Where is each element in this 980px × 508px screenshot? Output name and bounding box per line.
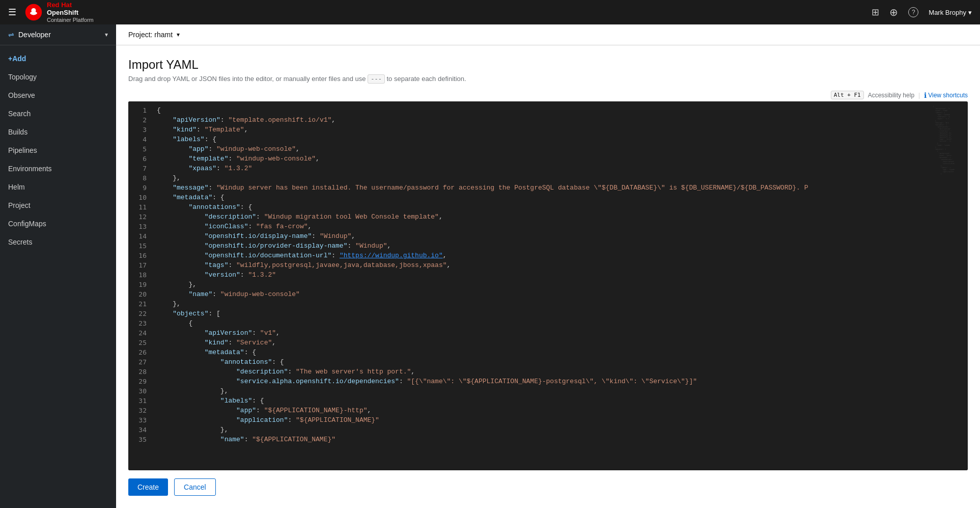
sidebar-nav: +Add Topology Observe Search Builds Pipe… [0, 45, 116, 255]
sidebar: ⇌ Developer ▾ +Add Topology Observe Sear… [0, 24, 116, 508]
project-label: Project: rhamt [128, 31, 173, 39]
sidebar-item-pipelines[interactable]: Pipelines [0, 141, 116, 159]
brand-logo: Red Hat OpenShift Container Platform [24, 1, 94, 23]
separator-code: --- [368, 74, 385, 84]
brand-text: Red Hat OpenShift Container Platform [47, 1, 94, 23]
sidebar-item-search-label: Search [8, 110, 31, 118]
main-layout: ⇌ Developer ▾ +Add Topology Observe Sear… [0, 24, 980, 508]
editor-minimap: { "apiVersion": "t "kind": "Templ "label… [931, 101, 968, 470]
grid-icon[interactable]: ⊞ [872, 7, 879, 18]
sidebar-context-switcher[interactable]: ⇌ Developer ▾ [0, 24, 116, 45]
sidebar-item-configmaps-label: ConfigMaps [8, 220, 46, 228]
yaml-editor[interactable]: 1 2 3 4 5 6 7 8 9 10 11 12 13 14 15 16 1 [128, 101, 968, 470]
page-title: Import YAML [128, 58, 968, 72]
brand-platform: Container Platform [47, 17, 94, 23]
help-icon[interactable]: ? [908, 7, 918, 17]
create-button[interactable]: Create [128, 478, 168, 496]
page-desc-suffix: to separate each definition. [387, 75, 466, 83]
sidebar-item-builds-label: Builds [8, 128, 27, 136]
sidebar-item-helm[interactable]: Helm [0, 178, 116, 196]
sidebar-item-add-label: +Add [8, 55, 26, 63]
sidebar-item-helm-label: Helm [8, 183, 25, 191]
sidebar-item-secrets[interactable]: Secrets [0, 233, 116, 251]
context-label: Developer [18, 31, 101, 39]
view-shortcuts-label: View shortcuts [928, 92, 968, 99]
user-name: Mark Brophy [929, 9, 966, 16]
page-description: Drag and drop YAML or JSON files into th… [128, 75, 968, 83]
editor-toolbar: Alt + F1 Accessibility help | ℹ View sho… [128, 91, 968, 99]
sidebar-item-topology[interactable]: Topology [0, 68, 116, 86]
hamburger-icon[interactable]: ☰ [8, 7, 16, 18]
sidebar-item-secrets-label: Secrets [8, 238, 32, 246]
topnav: ☰ Red Hat OpenShift Container Platform ⊞… [0, 0, 980, 24]
brand-redhat: Red Hat [47, 1, 94, 9]
footer-actions: Create Cancel [128, 470, 968, 496]
user-caret-icon: ▾ [968, 9, 972, 16]
plus-icon[interactable]: ⊕ [889, 6, 898, 18]
sidebar-item-project-label: Project [8, 201, 31, 209]
page-desc-prefix: Drag and drop YAML or JSON files into th… [128, 75, 366, 83]
sidebar-item-configmaps[interactable]: ConfigMaps [0, 215, 116, 233]
sidebar-item-environments-label: Environments [8, 165, 52, 173]
view-shortcuts-link[interactable]: ℹ View shortcuts [924, 91, 968, 99]
project-header: Project: rhamt ▾ [116, 24, 980, 45]
main-content: Project: rhamt ▾ Import YAML Drag and dr… [116, 24, 980, 508]
sidebar-item-observe[interactable]: Observe [0, 86, 116, 104]
brand-openshift: OpenShift [47, 9, 94, 17]
sidebar-item-builds[interactable]: Builds [0, 123, 116, 141]
minimap-content: { "apiVersion": "t "kind": "Templ "label… [931, 101, 968, 179]
accessibility-help-text: Accessibility help [868, 92, 914, 99]
keyboard-shortcut-badge: Alt + F1 [831, 91, 864, 99]
sidebar-item-pipelines-label: Pipelines [8, 146, 37, 154]
sidebar-item-topology-label: Topology [8, 73, 37, 81]
sidebar-item-add[interactable]: +Add [0, 49, 116, 68]
editor-gutter: 1 2 3 4 5 6 7 8 9 10 11 12 13 14 15 16 1 [128, 101, 153, 470]
project-caret-icon[interactable]: ▾ [177, 31, 180, 38]
editor-code-area[interactable]: { "apiVersion": "template.openshift.io/v… [153, 101, 931, 470]
topnav-actions: ⊞ ⊕ ? Mark Brophy ▾ [872, 6, 972, 18]
sidebar-item-project[interactable]: Project [0, 196, 116, 215]
page-body: Import YAML Drag and drop YAML or JSON f… [116, 45, 980, 508]
sidebar-item-search[interactable]: Search [0, 104, 116, 123]
toolbar-separator: | [918, 92, 920, 99]
info-icon: ℹ [924, 91, 927, 99]
redhat-logo-icon [24, 3, 43, 21]
cancel-button[interactable]: Cancel [174, 478, 216, 496]
sidebar-item-observe-label: Observe [8, 91, 35, 99]
user-menu[interactable]: Mark Brophy ▾ [929, 9, 972, 16]
sidebar-item-environments[interactable]: Environments [0, 159, 116, 178]
context-icon: ⇌ [8, 31, 14, 39]
context-caret-icon: ▾ [105, 31, 108, 38]
svg-point-1 [32, 8, 36, 13]
